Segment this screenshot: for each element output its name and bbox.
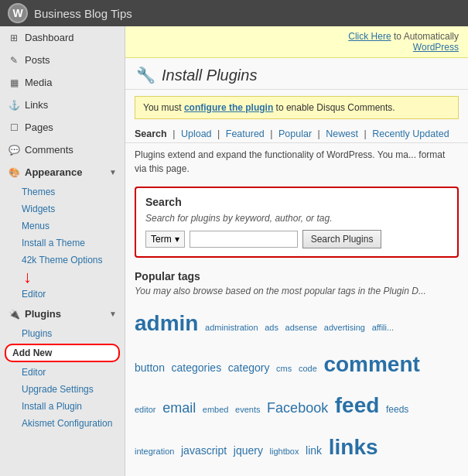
tab-newest[interactable]: Newest xyxy=(326,128,358,139)
tag-javascript[interactable]: javascript xyxy=(181,444,227,457)
search-box-title: Search xyxy=(145,196,448,208)
wp-logo-text: W xyxy=(12,7,22,19)
tab-featured[interactable]: Featured xyxy=(226,128,265,139)
tag-cms[interactable]: cms xyxy=(276,364,292,373)
popular-tags-desc: You may also browse based on the most po… xyxy=(135,286,459,296)
warning-bar: You must configure the plugin to enable … xyxy=(135,96,459,119)
search-box: Search Search for plugins by keyword, au… xyxy=(135,187,459,258)
dashboard-label: Dashboard xyxy=(25,32,74,43)
tag-feed[interactable]: feed xyxy=(335,393,380,417)
top-notice-suffix: to Automatically xyxy=(394,31,459,42)
tag-embed[interactable]: embed xyxy=(203,405,229,414)
sidebar-item-media[interactable]: ▦ Media xyxy=(0,71,125,94)
tag-link[interactable]: link xyxy=(306,444,322,457)
popular-tags-title: Popular tags xyxy=(135,270,459,283)
tag-email[interactable]: email xyxy=(162,400,196,416)
tag-editor[interactable]: editor xyxy=(135,405,156,414)
tag-facebook[interactable]: Facebook xyxy=(267,400,328,416)
search-row: Term ▾ Search Plugins xyxy=(145,230,448,248)
sidebar-item-install-theme[interactable]: Install a Theme xyxy=(0,235,125,252)
tab-upload[interactable]: Upload xyxy=(181,128,212,139)
tag-code[interactable]: code xyxy=(299,364,317,373)
plugins-label: Plugins xyxy=(25,308,61,320)
wordpress-link[interactable]: WordPress xyxy=(413,42,459,53)
sidebar-item-widgets[interactable]: Widgets xyxy=(0,200,125,217)
media-icon: ▦ xyxy=(8,77,20,88)
tag-category[interactable]: category xyxy=(228,361,270,374)
links-icon: ⚓ xyxy=(8,100,20,111)
sidebar-item-42k-theme[interactable]: 42k Theme Options xyxy=(0,252,125,269)
search-term-select[interactable]: Term ▾ xyxy=(145,231,185,248)
warning-prefix: You must xyxy=(143,102,184,113)
sidebar-item-menus[interactable]: Menus xyxy=(0,217,125,235)
dashboard-icon: ⊞ xyxy=(8,33,20,43)
pages-icon: ☐ xyxy=(8,122,20,133)
sidebar-item-themes[interactable]: Themes xyxy=(0,183,125,200)
sidebar-section-appearance[interactable]: 🎨 Appearance ▼ xyxy=(0,161,125,183)
sidebar-item-upgrade-settings[interactable]: Upgrade Settings xyxy=(0,381,125,398)
search-plugins-button[interactable]: Search Plugins xyxy=(302,230,382,248)
popular-tags-section: Popular tags You may also browse based o… xyxy=(125,264,468,474)
sep4: | xyxy=(318,128,320,139)
install-plugins-icon: 🔧 xyxy=(136,66,155,84)
appearance-label: Appearance xyxy=(25,166,82,178)
sidebar-item-add-new[interactable]: Add New xyxy=(5,344,120,362)
tag-jquery[interactable]: jquery xyxy=(234,444,263,457)
sidebar-item-editor-plugins[interactable]: Editor xyxy=(0,364,125,381)
sep5: | xyxy=(364,128,367,139)
posts-icon: ✎ xyxy=(8,55,20,66)
tag-events[interactable]: events xyxy=(235,405,260,414)
tag-adsense[interactable]: adsense xyxy=(285,323,318,332)
sidebar-item-akismet[interactable]: Akismet Configuration xyxy=(0,415,125,432)
tab-popular[interactable]: Popular xyxy=(278,128,312,139)
sidebar-item-dashboard[interactable]: ⊞ Dashboard xyxy=(0,26,125,49)
tag-categories[interactable]: categories xyxy=(172,361,222,374)
plugins-arrow: ▼ xyxy=(109,310,117,318)
sidebar-item-links[interactable]: ⚓ Links xyxy=(0,94,125,116)
search-box-desc: Search for plugins by keyword, author, o… xyxy=(145,213,448,224)
plugins-icon: 🔌 xyxy=(8,309,20,320)
main-content: Click Here to Automatically WordPress 🔧 … xyxy=(125,26,468,476)
tags-cloud: admin administration ads adsense adverti… xyxy=(135,303,459,467)
pages-label: Pages xyxy=(25,122,53,133)
nav-tabs: Search | Upload | Featured | Popular | N… xyxy=(125,125,468,143)
page-title: Install Plugins xyxy=(162,67,257,84)
tag-administration[interactable]: administration xyxy=(205,323,258,332)
appearance-icon: 🎨 xyxy=(8,167,20,178)
tag-ads[interactable]: ads xyxy=(265,323,278,332)
sidebar-item-install-plugin[interactable]: Install a Plugin xyxy=(0,398,125,415)
tab-search[interactable]: Search xyxy=(135,128,167,139)
tab-recently-updated[interactable]: Recently Updated xyxy=(372,128,449,139)
tag-admin[interactable]: admin xyxy=(135,311,198,335)
sep1: | xyxy=(173,128,175,139)
tag-integration[interactable]: integration xyxy=(135,447,174,456)
top-notice: Click Here to Automatically WordPress xyxy=(125,26,468,58)
term-dropdown-icon: ▾ xyxy=(175,234,179,245)
tag-lightbox[interactable]: lightbox xyxy=(270,447,299,456)
sidebar-item-posts[interactable]: ✎ Posts xyxy=(0,49,125,71)
sidebar-item-plugins[interactable]: Plugins xyxy=(0,325,125,342)
site-title: Business Blog Tips xyxy=(34,7,132,20)
tag-affili[interactable]: affili... xyxy=(372,323,395,332)
sidebar-item-editor-appearance[interactable]: Editor xyxy=(0,286,125,303)
tag-feeds[interactable]: feeds xyxy=(386,404,408,415)
click-here-link[interactable]: Click Here xyxy=(348,31,391,42)
tag-links[interactable]: links xyxy=(329,435,378,459)
comments-icon: 💬 xyxy=(8,145,20,156)
header: W Business Blog Tips xyxy=(0,0,468,26)
tag-button[interactable]: button xyxy=(135,361,165,374)
sidebar: ⊞ Dashboard ✎ Posts ▦ Media ⚓ Links ☐ Pa… xyxy=(0,26,125,476)
links-label: Links xyxy=(25,99,48,111)
configure-plugin-link[interactable]: configure the plugin xyxy=(184,102,273,113)
search-input[interactable] xyxy=(190,231,298,248)
tag-comment[interactable]: comment xyxy=(323,352,419,376)
media-label: Media xyxy=(25,77,52,88)
sidebar-item-pages[interactable]: ☐ Pages xyxy=(0,116,125,139)
arrow-annotation: ↓ xyxy=(0,269,125,286)
warning-suffix: to enable Disqus Comments. xyxy=(273,102,395,113)
tag-advertising[interactable]: advertising xyxy=(324,323,365,332)
sidebar-item-comments[interactable]: 💬 Comments xyxy=(0,139,125,161)
term-label: Term xyxy=(151,234,172,245)
plugins-description: Plugins extend and expand the functional… xyxy=(125,143,468,180)
sidebar-section-plugins[interactable]: 🔌 Plugins ▼ xyxy=(0,303,125,325)
